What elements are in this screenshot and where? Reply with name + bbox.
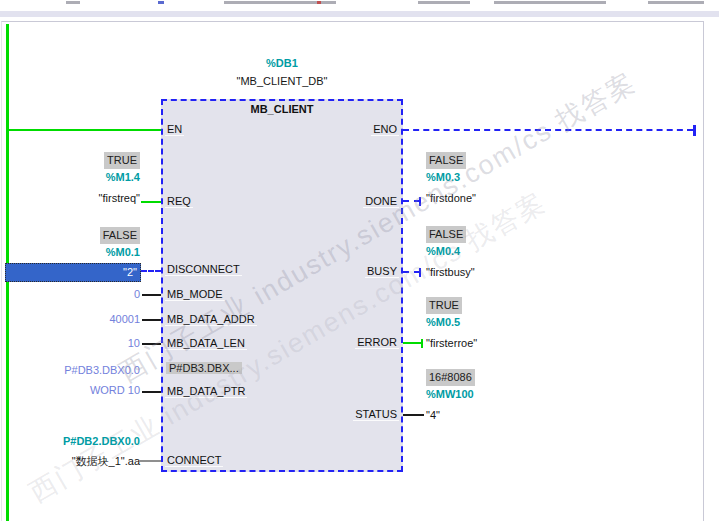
wire-mb-data-len — [142, 343, 161, 345]
monitor-value-status: 16#8086 — [426, 369, 475, 386]
operand-address-status[interactable]: %MW100 — [426, 386, 475, 403]
wire-busy-tick — [419, 268, 421, 277]
operand-disconnect-selected[interactable]: "2" — [5, 263, 141, 282]
operand-symbol-error[interactable]: "firsterroe" — [426, 335, 477, 352]
pin-error[interactable]: ERROR — [355, 336, 399, 349]
wire-error — [403, 342, 422, 344]
operand-group-busy: FALSE %M0.4 "firstbusy" — [426, 226, 475, 281]
instance-db-header[interactable]: %DB1 "MB_CLIENT_DB" — [161, 54, 403, 90]
operand-group-connect: P#DB2.DBX0.0 "数据块_1".aa — [2, 433, 140, 470]
monitor-value-error: TRUE — [426, 297, 462, 314]
operand-group-mb-data-ptr: P#DB3.DBX0.0 WORD 10 — [2, 362, 140, 399]
toolbar-icon-fragment — [158, 1, 164, 4]
block-title[interactable]: MB_CLIENT — [163, 103, 401, 115]
pin-connect[interactable]: CONNECT — [165, 454, 223, 467]
operand-group-req: TRUE %M1.4 "firstreq" — [2, 152, 140, 207]
pin-req[interactable]: REQ — [165, 195, 193, 208]
operand-mb-data-len[interactable]: 10 — [2, 335, 140, 352]
operand-symbol-req[interactable]: "firstreq" — [2, 190, 140, 207]
pin-mb-data-ptr[interactable]: MB_DATA_PTR — [165, 385, 247, 398]
toolbar-fragment — [494, 1, 606, 4]
pin-disconnect[interactable]: DISCONNECT — [165, 263, 242, 276]
pin-eno[interactable]: ENO — [371, 123, 399, 136]
operand-connect-line1[interactable]: P#DB2.DBX0.0 — [2, 433, 140, 450]
operand-mb-mode[interactable]: 0 — [2, 286, 140, 303]
operand-address-busy[interactable]: %M0.4 — [426, 243, 475, 260]
monitor-value-done: FALSE — [426, 152, 466, 169]
wire-done-tick — [419, 197, 421, 206]
monitor-value-req: TRUE — [104, 152, 140, 169]
cropped-toolbar — [0, 0, 719, 6]
operand-address-disconnect[interactable]: %M0.1 — [2, 244, 140, 261]
wire-eno — [403, 129, 693, 131]
toolbar-icon-fragment — [317, 1, 321, 4]
wire-status — [403, 414, 424, 416]
pin-mb-mode[interactable]: MB_MODE — [165, 288, 225, 301]
operand-symbol-status[interactable]: "4" — [426, 407, 475, 424]
operand-symbol-busy[interactable]: "firstbusy" — [426, 264, 475, 281]
operand-mb-data-ptr-line1[interactable]: P#DB3.DBX0.0 — [2, 362, 140, 379]
operand-address-error[interactable]: %M0.5 — [426, 314, 477, 331]
wire-en — [8, 129, 161, 131]
operand-symbol-done[interactable]: "firstdone" — [426, 190, 476, 207]
pin-status[interactable]: STATUS — [353, 408, 399, 421]
db-number[interactable]: %DB1 — [161, 54, 403, 72]
wire-error-tick — [421, 339, 423, 348]
wire-eno-end-tick — [693, 125, 696, 136]
operand-group-done: FALSE %M0.3 "firstdone" — [426, 152, 476, 207]
operand-mb-data-addr[interactable]: 40001 — [2, 311, 140, 328]
wire-mb-mode — [142, 294, 161, 296]
operand-connect-line2[interactable]: "数据块_1".aa — [2, 453, 140, 470]
wire-connect — [139, 460, 161, 462]
toolbar-fragment — [648, 1, 704, 4]
operand-address-done[interactable]: %M0.3 — [426, 169, 476, 186]
operand-group-error: TRUE %M0.5 "firsterroe" — [426, 297, 477, 352]
wire-mb-data-addr — [142, 319, 161, 321]
pin-mb-data-addr[interactable]: MB_DATA_ADDR — [165, 313, 257, 326]
wire-req — [141, 201, 161, 203]
pin-mb-data-len[interactable]: MB_DATA_LEN — [165, 337, 247, 350]
db-name[interactable]: "MB_CLIENT_DB" — [161, 72, 403, 90]
toolbar-fragment — [418, 1, 470, 4]
mb-data-ptr-monitor-value: P#DB3.DBX... — [166, 362, 242, 374]
pin-done[interactable]: DONE — [363, 195, 399, 208]
operand-address-req[interactable]: %M1.4 — [2, 169, 140, 186]
program-editor-canvas[interactable]: %DB1 "MB_CLIENT_DB" MB_CLIENT EN REQ DIS… — [1, 21, 704, 521]
wire-done — [403, 200, 420, 202]
monitor-value-busy: FALSE — [426, 226, 466, 243]
tia-portal-fbd-editor: %DB1 "MB_CLIENT_DB" MB_CLIENT EN REQ DIS… — [0, 0, 719, 521]
mb-client-block[interactable]: MB_CLIENT EN REQ DISCONNECT MB_MODE MB_D… — [161, 99, 403, 472]
wire-disconnect — [141, 270, 161, 272]
panel-divider — [0, 11, 719, 17]
wire-busy — [403, 271, 420, 273]
pin-en[interactable]: EN — [165, 123, 184, 136]
toolbar-fragment — [66, 1, 80, 4]
operand-group-status: 16#8086 %MW100 "4" — [426, 369, 475, 424]
operand-group-disconnect: FALSE %M0.1 — [2, 227, 140, 261]
pin-busy[interactable]: BUSY — [365, 265, 399, 278]
monitor-value-disconnect: FALSE — [100, 227, 140, 244]
operand-mb-data-ptr-line2[interactable]: WORD 10 — [2, 382, 140, 399]
wire-mb-data-ptr — [142, 391, 161, 393]
